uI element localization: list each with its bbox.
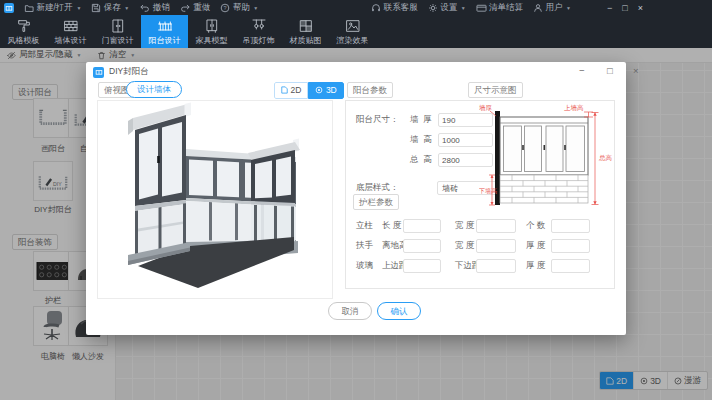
ribbon-balcony-design[interactable]: 阳台设计 bbox=[141, 15, 188, 48]
glass-thickness-input[interactable] bbox=[551, 259, 590, 273]
door-window-icon bbox=[110, 18, 126, 34]
pendant-lights-icon bbox=[251, 18, 267, 34]
2d-plan-icon bbox=[281, 86, 288, 94]
user-icon bbox=[533, 3, 543, 13]
canvas-area[interactable]: 局部显示/隐藏 ▼ 清空 ▼ 设计阳台 画阳台 自动 DIY DIY封 bbox=[0, 48, 712, 400]
save-icon bbox=[91, 3, 101, 13]
dialog-app-icon bbox=[93, 67, 104, 78]
app-window: 新建/打开 ▼ 保存 ▼ 撤销 重做 ? 帮助 ▼ bbox=[0, 0, 712, 400]
chevron-down-icon: ▼ bbox=[461, 5, 466, 11]
titlebar-menu: 新建/打开 ▼ 保存 ▼ 撤销 重做 ? 帮助 ▼ bbox=[0, 2, 258, 14]
balcony-3d-model bbox=[98, 101, 332, 298]
bottom-style-label: 底层样式： bbox=[356, 182, 409, 194]
section-railing-params: 护栏参数 bbox=[353, 194, 399, 210]
dim-lower-wall-label: 下墙高 bbox=[479, 187, 497, 195]
handrail-thickness-input[interactable] bbox=[551, 239, 590, 253]
menu-help[interactable]: ? 帮助 ▼ bbox=[220, 2, 258, 14]
balcony-size-label: 阳台尺寸： bbox=[356, 114, 410, 126]
cancel-button[interactable]: 取消 bbox=[328, 302, 372, 320]
menu-user[interactable]: 用户 ▼ bbox=[533, 2, 571, 14]
3d-view-icon bbox=[315, 86, 323, 94]
dialog-minimize-button[interactable]: − bbox=[579, 65, 585, 76]
redo-icon bbox=[180, 3, 191, 13]
menu-redo[interactable]: 重做 bbox=[180, 2, 211, 14]
photo-icon bbox=[345, 18, 361, 34]
ribbon-style-templates[interactable]: 风格模板 bbox=[0, 15, 47, 48]
dialog-close-button[interactable]: × bbox=[633, 65, 639, 76]
railing-row-handrail: 扶手 离地高 宽 度 厚 度 bbox=[356, 239, 590, 253]
minimize-button[interactable]: − bbox=[607, 3, 612, 13]
menu-undo[interactable]: 撤销 bbox=[139, 2, 170, 14]
dialog-3d-button[interactable]: 3D bbox=[308, 82, 343, 99]
card-icon bbox=[476, 3, 487, 13]
menu-billing[interactable]: 清单结算 bbox=[476, 2, 524, 14]
menu-contact-support[interactable]: 联系客服 bbox=[371, 2, 418, 14]
chevron-down-icon: ▼ bbox=[124, 5, 129, 11]
railing-row-post: 立柱 长 度 宽 度 个 数 bbox=[356, 219, 590, 233]
chevron-down-icon: ▼ bbox=[76, 5, 81, 11]
dialog-title: DIY封阳台 bbox=[109, 66, 149, 78]
titlebar-right: 联系客服 设置 ▼ 清单结算 用户 ▼ − □ × bbox=[371, 0, 643, 15]
app-logo-icon bbox=[4, 3, 14, 13]
chevron-down-icon: ▼ bbox=[253, 5, 258, 11]
param-row-wall-height: 墙 高 bbox=[356, 133, 493, 147]
balcony-fence-icon bbox=[157, 18, 173, 34]
paint-roller-icon bbox=[16, 18, 32, 34]
dimension-diagram: 墙厚 上墙高 总高 下墙高 bbox=[479, 103, 614, 209]
folder-icon bbox=[24, 3, 34, 13]
furniture-icon bbox=[204, 18, 220, 34]
dialog-2d-button[interactable]: 2D bbox=[274, 82, 308, 99]
ribbon-material-textures[interactable]: 材质贴图 bbox=[282, 15, 329, 48]
main-ribbon: 风格模板 墙体设计 门窗设计 阳台设计 家具模型 吊顶灯饰 材质贴图 渲染效果 bbox=[0, 15, 712, 48]
post-width-input[interactable] bbox=[476, 219, 516, 233]
ribbon-furniture-models[interactable]: 家具模型 bbox=[188, 15, 235, 48]
confirm-button[interactable]: 确认 bbox=[377, 302, 421, 320]
window-controls: − □ × bbox=[607, 3, 643, 13]
texture-icon bbox=[298, 18, 314, 34]
balcony-logo-glyph bbox=[5, 4, 13, 12]
gear-icon bbox=[428, 3, 438, 13]
section-dimension-diagram: 尺寸示意图 bbox=[468, 82, 523, 98]
section-balcony-params: 阳台参数 bbox=[347, 82, 393, 98]
ribbon-wall-design[interactable]: 墙体设计 bbox=[47, 15, 94, 48]
dim-upper-wall-label: 上墙高 bbox=[564, 104, 584, 112]
menu-settings[interactable]: 设置 ▼ bbox=[428, 2, 466, 14]
app-titlebar: 新建/打开 ▼ 保存 ▼ 撤销 重做 ? 帮助 ▼ bbox=[0, 0, 712, 15]
dialog-titlebar[interactable]: DIY封阳台 − □ × bbox=[86, 62, 626, 82]
balcony-glyph-icon bbox=[95, 68, 103, 76]
svg-text:?: ? bbox=[224, 4, 227, 10]
glass-bottom-margin-input[interactable] bbox=[476, 259, 516, 273]
handrail-width-input[interactable] bbox=[476, 239, 516, 253]
headset-icon bbox=[371, 3, 381, 13]
glass-top-margin-input[interactable] bbox=[403, 259, 441, 273]
param-row-wall-thickness: 阳台尺寸： 墙 厚 bbox=[356, 113, 493, 127]
dialog-view-toggle: 2D 3D bbox=[274, 82, 344, 99]
param-row-total-height: 总 高 bbox=[356, 153, 493, 167]
maximize-button[interactable]: □ bbox=[622, 3, 627, 13]
brick-wall-icon bbox=[63, 18, 79, 34]
params-panel: 阳台尺寸： 墙 厚 墙 高 总 高 底层样式： bbox=[345, 100, 615, 289]
post-length-input[interactable] bbox=[403, 219, 441, 233]
menu-save[interactable]: 保存 ▼ bbox=[91, 2, 129, 14]
close-button[interactable]: × bbox=[638, 3, 643, 13]
ribbon-render-effects[interactable]: 渲染效果 bbox=[329, 15, 376, 48]
dim-total-height-label: 总高 bbox=[598, 154, 613, 161]
dim-wall-thickness-label: 墙厚 bbox=[479, 104, 493, 112]
handrail-height-input[interactable] bbox=[403, 239, 441, 253]
chevron-down-icon: ▼ bbox=[566, 5, 571, 11]
help-icon: ? bbox=[220, 3, 230, 13]
ribbon-ceiling-lights[interactable]: 吊顶灯饰 bbox=[235, 15, 282, 48]
undo-icon bbox=[139, 3, 150, 13]
balcony-3d-preview[interactable] bbox=[97, 100, 333, 299]
post-count-input[interactable] bbox=[551, 219, 590, 233]
menu-new-open[interactable]: 新建/打开 ▼ bbox=[24, 2, 81, 14]
tab-design-wall[interactable]: 设计墙体 bbox=[126, 81, 182, 98]
railing-row-glass: 玻璃 上边距 下边距 厚 度 bbox=[356, 259, 590, 273]
diy-balcony-dialog: DIY封阳台 − □ × 俯视图 设计墙体 2D 3D 阳台参数 尺寸示意图 bbox=[86, 62, 626, 335]
dialog-maximize-button[interactable]: □ bbox=[607, 65, 613, 76]
ribbon-door-window-design[interactable]: 门窗设计 bbox=[94, 15, 141, 48]
